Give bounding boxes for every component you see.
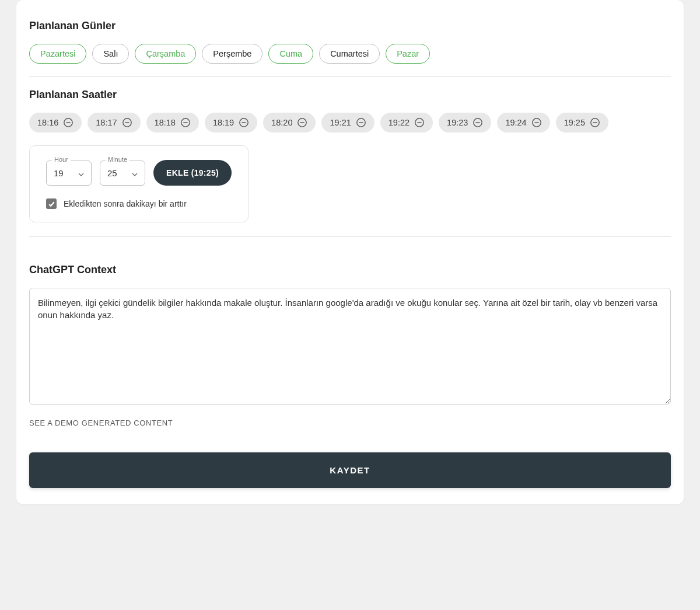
increment-checkbox-row: Ekledikten sonra dakikayı bir arttır bbox=[46, 198, 232, 209]
time-chip: 18:20 bbox=[263, 113, 316, 133]
minute-select[interactable]: 25 bbox=[100, 161, 145, 186]
hour-value: 19 bbox=[54, 168, 64, 178]
time-chip-label: 19:22 bbox=[388, 118, 410, 127]
time-add-row: Hour 19 Minute 25 EKLE (19:25) bbox=[46, 160, 232, 186]
remove-circle-icon[interactable] bbox=[531, 117, 542, 128]
time-chip-label: 18:20 bbox=[271, 118, 292, 127]
time-chip: 19:23 bbox=[439, 113, 491, 133]
time-add-panel: Hour 19 Minute 25 EKLE (19:25) bbox=[29, 145, 249, 222]
time-chip-label: 19:25 bbox=[564, 118, 585, 127]
add-time-button[interactable]: EKLE (19:25) bbox=[153, 160, 232, 186]
day-chip[interactable]: Cumartesi bbox=[319, 44, 380, 64]
chatgpt-context-title: ChatGPT Context bbox=[29, 264, 671, 276]
minute-select-wrap: Minute 25 bbox=[100, 161, 145, 186]
time-chip-label: 18:19 bbox=[213, 118, 234, 127]
day-chip[interactable]: Çarşamba bbox=[135, 44, 196, 64]
save-button[interactable]: KAYDET bbox=[29, 452, 671, 488]
time-chip-label: 18:17 bbox=[96, 118, 117, 127]
remove-circle-icon[interactable] bbox=[239, 117, 249, 128]
remove-circle-icon[interactable] bbox=[297, 117, 307, 128]
time-chip-label: 19:21 bbox=[330, 118, 351, 127]
chevron-down-icon bbox=[132, 168, 138, 178]
planned-hours-title: Planlanan Saatler bbox=[29, 89, 671, 101]
time-chip: 18:16 bbox=[29, 113, 82, 133]
minute-label: Minute bbox=[106, 156, 130, 163]
remove-circle-icon[interactable] bbox=[180, 117, 191, 128]
hour-select[interactable]: 19 bbox=[46, 161, 92, 186]
time-chip: 19:21 bbox=[321, 113, 374, 133]
remove-circle-icon[interactable] bbox=[414, 117, 425, 128]
settings-card: Planlanan Günler PazartesiSalıÇarşambaPe… bbox=[16, 0, 684, 504]
time-chip: 19:24 bbox=[497, 113, 550, 133]
demo-content-link[interactable]: SEE A DEMO GENERATED CONTENT bbox=[29, 419, 173, 427]
divider bbox=[29, 236, 671, 237]
day-chip[interactable]: Perşembe bbox=[202, 44, 262, 64]
time-chip: 19:22 bbox=[380, 113, 433, 133]
day-chip[interactable]: Pazar bbox=[386, 44, 430, 64]
time-chip: 19:25 bbox=[556, 113, 608, 133]
day-chip[interactable]: Pazartesi bbox=[29, 44, 86, 64]
increment-checkbox[interactable] bbox=[46, 198, 57, 209]
divider bbox=[29, 76, 671, 77]
chevron-down-icon bbox=[78, 168, 84, 178]
minute-value: 25 bbox=[107, 168, 117, 178]
time-chip-label: 18:16 bbox=[37, 118, 58, 127]
hour-select-wrap: Hour 19 bbox=[46, 161, 92, 186]
remove-circle-icon[interactable] bbox=[473, 117, 483, 128]
time-chip-label: 19:23 bbox=[447, 118, 468, 127]
remove-circle-icon[interactable] bbox=[590, 117, 600, 128]
times-chip-row: 18:1618:1718:1818:1918:2019:2119:2219:23… bbox=[29, 113, 671, 133]
increment-checkbox-label: Ekledikten sonra dakikayı bir arttır bbox=[64, 199, 187, 208]
day-chip[interactable]: Cuma bbox=[268, 44, 313, 64]
planned-days-title: Planlanan Günler bbox=[29, 20, 671, 32]
time-chip: 18:19 bbox=[205, 113, 257, 133]
chatgpt-context-textarea[interactable] bbox=[29, 288, 671, 405]
time-chip-label: 18:18 bbox=[155, 118, 176, 127]
hour-label: Hour bbox=[52, 156, 71, 163]
day-chip[interactable]: Salı bbox=[92, 44, 129, 64]
time-chip: 18:18 bbox=[146, 113, 199, 133]
remove-circle-icon[interactable] bbox=[122, 117, 132, 128]
remove-circle-icon[interactable] bbox=[356, 117, 366, 128]
days-chip-row: PazartesiSalıÇarşambaPerşembeCumaCumarte… bbox=[29, 44, 671, 64]
time-chip-label: 19:24 bbox=[505, 118, 526, 127]
time-chip: 18:17 bbox=[88, 113, 140, 133]
remove-circle-icon[interactable] bbox=[63, 117, 74, 128]
